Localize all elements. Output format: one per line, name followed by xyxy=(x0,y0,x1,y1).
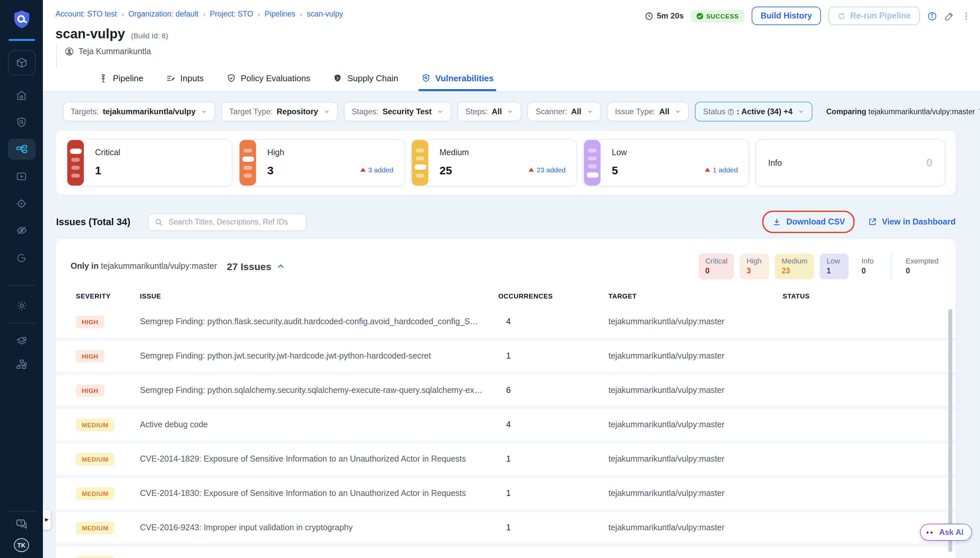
layers-gear-icon xyxy=(15,334,28,347)
search-input[interactable] xyxy=(167,217,299,226)
breadcrumb-link[interactable]: Organization: default xyxy=(128,10,198,18)
issue-title[interactable]: CVE-2014-1829: Exposure of Sensitive Inf… xyxy=(140,454,498,464)
sidebar-item-pipelines[interactable] xyxy=(8,139,35,160)
group-scope-label: Only in tejakummarikuntla/vulpy:master xyxy=(70,262,217,271)
filter-dropdown[interactable]: Issue Type: All xyxy=(607,102,689,121)
occurrences-count: 1 xyxy=(498,489,609,498)
severity-card[interactable]: Low 5 1 added xyxy=(583,140,749,186)
ask-ai-button[interactable]: Ask AI xyxy=(920,524,972,541)
view-in-dashboard-link[interactable]: View in Dashboard xyxy=(868,217,955,226)
sidebar-item-home[interactable] xyxy=(8,85,35,106)
filter-dropdown[interactable]: Steps: All xyxy=(457,102,522,121)
issue-title[interactable]: Semgrep Finding: python.jwt.security.jwt… xyxy=(140,351,498,361)
severity-gauge xyxy=(240,140,256,185)
download-icon xyxy=(772,217,782,226)
refresh-icon xyxy=(838,11,846,20)
severity-chip: Exempted 0 xyxy=(899,254,945,279)
severity-card[interactable]: High 3 3 added xyxy=(239,140,404,186)
filter-dropdown[interactable]: Targets: tejakummarikuntla/vulpy xyxy=(63,102,216,121)
col-status: STATUS xyxy=(783,292,955,299)
sidebar-expand-handle[interactable]: ▶ xyxy=(43,510,51,530)
sidebar-item-org-settings[interactable] xyxy=(8,354,35,375)
edit-pencil-icon[interactable] xyxy=(944,11,954,21)
added-delta: 23 added xyxy=(528,166,566,174)
issue-title[interactable]: CVE-2016-9243: Improper input validation… xyxy=(140,523,498,532)
breadcrumb-link[interactable]: Account: STO test xyxy=(56,10,117,18)
issue-row[interactable]: HIGH Semgrep Finding: python.jwt.securit… xyxy=(56,340,955,371)
sidebar-divider xyxy=(7,285,36,286)
issue-title[interactable]: Semgrep Finding: python.flask.security.a… xyxy=(140,317,498,326)
issue-title[interactable]: Active debug code xyxy=(140,420,498,429)
user-avatar[interactable]: TK xyxy=(14,538,29,552)
build-history-button[interactable]: Build History xyxy=(751,7,821,25)
svg-text:?: ? xyxy=(19,520,22,525)
left-nav-sidebar: ? TK xyxy=(0,0,43,558)
tab-supply-chain[interactable]: Supply Chain xyxy=(333,69,398,91)
download-csv-button[interactable]: Download CSV xyxy=(772,217,845,226)
sidebar-nav xyxy=(0,85,43,268)
tab-pipeline[interactable]: Pipeline xyxy=(98,69,144,91)
issue-row[interactable]: HIGH Semgrep Finding: python.sqlalchemy.… xyxy=(56,375,955,406)
info-card[interactable]: Info 0 xyxy=(756,140,945,186)
sidebar-item-default-settings[interactable] xyxy=(8,330,35,351)
triangle-up-icon xyxy=(705,168,710,172)
author-row: Teja Kummarikuntla xyxy=(56,47,151,56)
filter-dropdown[interactable]: Stages: Security Test xyxy=(344,102,452,121)
issue-row[interactable]: MEDIUM CVE-2014-1830: Exposure of Sensit… xyxy=(56,478,955,509)
sidebar-item-get-started[interactable] xyxy=(8,247,35,268)
severity-badge: HIGH xyxy=(76,350,104,363)
tab-inputs[interactable]: Inputs xyxy=(166,69,204,91)
group-issue-count[interactable]: 27 Issues xyxy=(227,261,285,272)
info-icon[interactable] xyxy=(927,11,937,21)
home-icon xyxy=(15,89,28,101)
check-circle-icon xyxy=(696,12,704,20)
cube-icon xyxy=(15,56,28,69)
sidebar-item-exemptions[interactable] xyxy=(8,220,35,241)
sidebar-item-executions[interactable] xyxy=(8,166,35,187)
severity-card-label: Low xyxy=(612,148,627,157)
breadcrumb-link[interactable]: Pipelines xyxy=(265,10,295,18)
severity-card[interactable]: Medium 25 23 added xyxy=(411,140,577,186)
filter-dropdown[interactable]: Scanner: All xyxy=(528,102,601,121)
tab-vulnerabilities[interactable]: Vulnerabilities xyxy=(421,69,494,91)
sidebar-item-project-settings[interactable] xyxy=(8,295,35,316)
power-icon xyxy=(15,251,28,264)
severity-badge: MEDIUM xyxy=(76,419,115,431)
issue-title[interactable]: Semgrep Finding: python.sqlalchemy.secur… xyxy=(140,386,498,395)
issue-title[interactable]: CVE-2014-1830: Exposure of Sensitive Inf… xyxy=(140,489,498,498)
breadcrumb-separator: › xyxy=(121,10,124,18)
issues-table-body: HIGH Semgrep Finding: python.flask.secur… xyxy=(56,306,955,558)
filter-dropdown[interactable]: Target Type: Repository xyxy=(221,102,338,121)
chevron-down-icon xyxy=(675,108,681,115)
severity-chip-summary: Critical 0 High 3 Medium 23 Low xyxy=(699,254,945,279)
sidebar-bottom: ? TK xyxy=(0,504,43,558)
severity-card-count: 3 xyxy=(267,164,273,178)
rerun-pipeline-button[interactable]: Re-run Pipeline xyxy=(829,7,920,25)
severity-card-count: 5 xyxy=(612,164,618,178)
table-scrollbar[interactable] xyxy=(948,309,952,552)
issue-row[interactable]: HIGH Semgrep Finding: python.flask.secur… xyxy=(56,306,955,337)
severity-card-label: High xyxy=(267,148,284,157)
issue-row[interactable]: MEDIUM CVE-2016-9243: Improper input val… xyxy=(56,512,955,543)
harness-sto-logo-icon[interactable] xyxy=(10,8,33,31)
issue-row[interactable]: MEDIUM CVE-2017-11424: PyJWT ... 1 tejak… xyxy=(56,547,955,558)
sidebar-item-targets[interactable] xyxy=(8,193,35,214)
help-chat-icon[interactable]: ? xyxy=(15,519,28,530)
tab-policy-evaluations[interactable]: Policy Evaluations xyxy=(226,69,310,91)
breadcrumb-link[interactable]: Project: STO xyxy=(210,10,253,18)
breadcrumb: › Account: STO test › Organization: defa… xyxy=(56,10,343,18)
module-selector-button[interactable] xyxy=(8,50,35,75)
issue-row[interactable]: MEDIUM CVE-2014-1829: Exposure of Sensit… xyxy=(56,443,955,474)
occurrences-count: 4 xyxy=(498,420,609,429)
severity-badge: MEDIUM xyxy=(76,453,115,466)
sidebar-item-scan-overview[interactable] xyxy=(8,112,35,133)
severity-card[interactable]: Critical 1 xyxy=(67,140,232,186)
issues-search[interactable] xyxy=(147,213,306,231)
kebab-menu-icon[interactable] xyxy=(962,11,971,21)
added-delta: 1 added xyxy=(705,166,738,174)
filter-dropdown-status[interactable]: Status : Active (34) +4 xyxy=(695,102,812,121)
issue-row[interactable]: MEDIUM Active debug code 4 tejakummariku… xyxy=(56,409,955,440)
breadcrumb-link[interactable]: scan-vulpy xyxy=(307,10,343,18)
chevron-down-icon xyxy=(437,108,443,115)
issues-table-header: SEVERITY ISSUE OCCURRENCES TARGET STATUS xyxy=(56,288,955,306)
